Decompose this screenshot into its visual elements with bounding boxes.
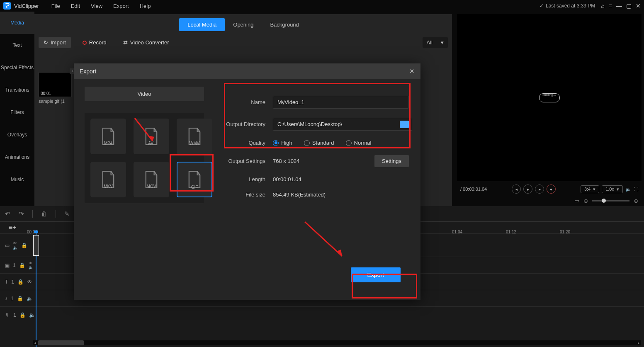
name-input[interactable] (273, 96, 409, 109)
menu-file[interactable]: File (51, 3, 60, 9)
delete-button[interactable]: 🗑 (41, 210, 47, 217)
zoom-in-icon[interactable]: ⊕ (634, 198, 638, 204)
output-dir-input[interactable] (273, 118, 412, 131)
sidebar-special-effects[interactable]: Special Effects (0, 56, 34, 79)
converter-icon: ⇄ (123, 39, 128, 46)
file-size-value: 854.49 KB(Estimated) (273, 192, 326, 198)
settings-button[interactable]: Settings (374, 155, 409, 167)
format-gif[interactable]: GIF (177, 162, 212, 197)
format-avi[interactable]: AVI (134, 119, 169, 154)
format-mkv[interactable]: MKV (90, 162, 126, 197)
dialog-close-button[interactable]: ✕ (409, 68, 415, 75)
pip-icon: ▣ (5, 262, 10, 268)
lock-icon[interactable]: 🔒 (19, 312, 26, 318)
chevron-down-icon: ▾ (441, 39, 444, 46)
scroll-left-icon[interactable]: ◂ (34, 341, 36, 345)
menubar: File Edit View Export Help (51, 3, 151, 9)
record-button[interactable]: Record (78, 37, 112, 48)
export-button[interactable]: Export (351, 267, 401, 282)
titlebar: VidClipper File Edit View Export Help ✓ … (0, 0, 644, 12)
sidebar-transitions[interactable]: Transitions (0, 79, 34, 101)
media-filter-dropdown[interactable]: All ▾ (423, 37, 448, 48)
length-value: 00:00:01.04 (273, 176, 301, 182)
sidebar-overlays[interactable]: Overlays (0, 124, 34, 146)
close-icon[interactable]: ✕ (636, 2, 641, 9)
export-tab-video[interactable]: Video (85, 87, 204, 101)
maximize-icon[interactable]: ▢ (626, 2, 632, 9)
eye-icon[interactable]: 👁🔈 (29, 261, 33, 269)
record-icon (83, 41, 87, 45)
video-icon: ▭ (5, 243, 10, 248)
last-saved: ✓ Last saved at 3:39 PM (540, 3, 595, 9)
volume-icon[interactable]: 🔈 (625, 187, 631, 192)
tab-background[interactable]: Background (262, 18, 307, 31)
menu-export[interactable]: Export (113, 3, 129, 9)
next-frame-button[interactable]: ▸ (535, 184, 544, 194)
add-track-button[interactable]: ≡+ (0, 224, 25, 231)
app-name: VidClipper (14, 3, 39, 9)
eye-icon[interactable]: 👁🔈 (13, 241, 18, 250)
menu-help[interactable]: Help (140, 3, 151, 9)
speed-dropdown[interactable]: 1.0x▾ (602, 185, 623, 193)
timeline-clip[interactable] (33, 235, 39, 256)
scroll-right-icon[interactable]: ▸ (638, 341, 640, 345)
zoom-out-icon[interactable]: ⊖ (583, 198, 588, 204)
preview-time-total: / 00:00:01.04 (460, 187, 487, 192)
quality-normal-radio[interactable]: Normal (346, 140, 372, 146)
undo-button[interactable]: ↶ (5, 210, 10, 218)
preview-panel: loading... / 00:00:01.04 ◂ ▸ ▸ ● 3:4▾ 1.… (457, 14, 642, 206)
snapshot-icon[interactable]: ▭ (574, 198, 579, 204)
output-settings-label: Output Settings (219, 158, 273, 164)
menu-view[interactable]: View (91, 3, 102, 9)
video-converter-button[interactable]: ⇄ Video Converter (118, 37, 174, 48)
import-icon: ↻ (44, 39, 48, 46)
output-settings-value: 768 x 1024 (273, 158, 299, 164)
format-grid: MP4 AVI WMV MKV MOV (85, 113, 204, 203)
redo-button[interactable]: ↷ (19, 210, 24, 218)
format-mp4[interactable]: MP4 (90, 119, 126, 154)
sidebar-animations[interactable]: Animations (0, 146, 34, 168)
import-button[interactable]: ↻ Import (39, 37, 71, 48)
sidebar-filters[interactable]: Filters (0, 101, 34, 124)
menu-edit[interactable]: Edit (71, 3, 80, 9)
name-label: Name (219, 99, 273, 105)
mic-icon: 🎙 (5, 312, 10, 318)
tab-opening[interactable]: Opening (225, 18, 262, 31)
track-mic[interactable]: 🎙1🔒🔈 (0, 306, 644, 323)
scrollbar-thumb[interactable] (38, 340, 84, 345)
stop-button[interactable]: ● (547, 184, 556, 194)
prev-frame-button[interactable]: ◂ (512, 184, 521, 194)
check-icon: ✓ (540, 3, 544, 9)
volume-icon[interactable]: 🔈 (27, 296, 33, 301)
chevron-down-icon: ▾ (593, 187, 595, 192)
hamburger-icon[interactable]: ≡ (609, 2, 612, 9)
output-dir-label: Output Directory (219, 121, 273, 127)
sidebar-media[interactable]: Media (0, 12, 34, 34)
play-button[interactable]: ▸ (523, 184, 532, 194)
zoom-slider[interactable] (592, 200, 629, 201)
sidebar-music[interactable]: Music (0, 168, 34, 191)
lock-icon[interactable]: 🔒 (17, 296, 23, 301)
quality-high-radio[interactable]: High (273, 140, 292, 146)
format-mov[interactable]: MOV (134, 162, 169, 197)
lock-icon[interactable]: 🔒 (17, 279, 24, 285)
quality-standard-radio[interactable]: Standard (304, 140, 334, 146)
browse-folder-button[interactable] (400, 121, 409, 128)
minimize-icon[interactable]: — (616, 2, 622, 9)
chevron-down-icon: ▾ (617, 187, 619, 192)
lock-icon[interactable]: 🔒 (21, 243, 27, 248)
music-icon: ♪ (5, 296, 7, 301)
preview-canvas: loading... (457, 14, 642, 181)
media-item[interactable]: 00:01 + sample gif (1 (39, 72, 72, 104)
app-logo (3, 2, 11, 10)
timeline-scrollbar[interactable]: ◂ ▸ (33, 340, 641, 345)
eye-icon[interactable]: 👁 (27, 279, 32, 285)
tab-local-media[interactable]: Local Media (179, 18, 225, 31)
aspect-dropdown[interactable]: 3:4▾ (581, 185, 599, 193)
fullscreen-icon[interactable]: ⛶ (634, 187, 638, 192)
sidebar-text[interactable]: Text (0, 34, 34, 56)
format-wmv[interactable]: WMV (177, 119, 212, 154)
home-icon[interactable]: ⌂ (601, 2, 604, 9)
edit-button[interactable]: ✎ (64, 210, 70, 218)
lock-icon[interactable]: 🔒 (19, 262, 25, 268)
